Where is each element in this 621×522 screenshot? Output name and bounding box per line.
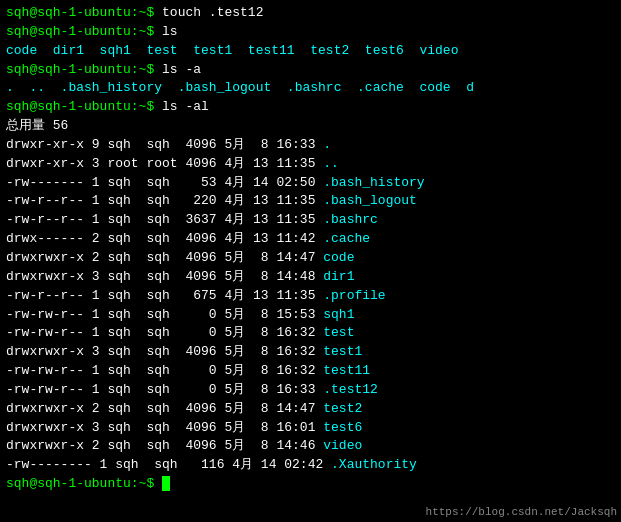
terminal-text: test1	[323, 344, 362, 359]
terminal-line: drwxrwxr-x 2 sqh sqh 4096 5月 8 14:46 vid…	[6, 437, 615, 456]
terminal-text: .bash_history	[323, 175, 424, 190]
terminal-text: test	[323, 325, 354, 340]
terminal-text: drwxrwxr-x 3 sqh sqh 4096 5月 8 14:48	[6, 269, 323, 284]
terminal-text: drwxrwxr-x 2 sqh sqh 4096 5月 8 14:46	[6, 438, 323, 453]
terminal-text: ls	[162, 24, 178, 39]
terminal-line: drwxrwxr-x 3 sqh sqh 4096 5月 8 16:01 tes…	[6, 419, 615, 438]
terminal-line: -rw-rw-r-- 1 sqh sqh 0 5月 8 16:32 test	[6, 324, 615, 343]
terminal-text: code	[323, 250, 354, 265]
terminal-text: . .. .bash_history .bash_logout .bashrc …	[6, 80, 474, 95]
terminal-line: -rw-------- 1 sqh sqh 116 4月 14 02:42 .X…	[6, 456, 615, 475]
terminal-text: drwxr-xr-x 9 sqh sqh 4096 5月 8 16:33	[6, 137, 323, 152]
terminal[interactable]: sqh@sqh-1-ubuntu:~$ touch .test12sqh@sqh…	[0, 0, 621, 522]
terminal-text: -rw-r--r-- 1 sqh sqh 220 4月 13 11:35	[6, 193, 323, 208]
terminal-line: drwxrwxr-x 2 sqh sqh 4096 5月 8 14:47 cod…	[6, 249, 615, 268]
terminal-text: .profile	[323, 288, 385, 303]
watermark: https://blog.csdn.net/Jacksqh	[426, 506, 617, 518]
terminal-text: drwx------ 2 sqh sqh 4096 4月 13 11:42	[6, 231, 323, 246]
terminal-text: drwxrwxr-x 3 sqh sqh 4096 5月 8 16:32	[6, 344, 323, 359]
terminal-text: -rw-rw-r-- 1 sqh sqh 0 5月 8 16:32	[6, 325, 323, 340]
cursor-line: sqh@sqh-1-ubuntu:~$	[6, 475, 615, 494]
terminal-text: sqh1	[323, 307, 354, 322]
terminal-text: .test12	[323, 382, 378, 397]
terminal-line: drwxrwxr-x 3 sqh sqh 4096 5月 8 14:48 dir…	[6, 268, 615, 287]
terminal-text: -rw------- 1 sqh sqh 53 4月 14 02:50	[6, 175, 323, 190]
terminal-text: test6	[323, 420, 362, 435]
terminal-text: .	[323, 137, 331, 152]
terminal-text: sqh@sqh-1-ubuntu:~$	[6, 99, 162, 114]
terminal-line: -rw-r--r-- 1 sqh sqh 675 4月 13 11:35 .pr…	[6, 287, 615, 306]
terminal-text: touch .test12	[162, 5, 263, 20]
terminal-text: -rw-r--r-- 1 sqh sqh 675 4月 13 11:35	[6, 288, 323, 303]
terminal-line: drwxr-xr-x 3 root root 4096 4月 13 11:35 …	[6, 155, 615, 174]
terminal-line: -rw-rw-r-- 1 sqh sqh 0 5月 8 16:33 .test1…	[6, 381, 615, 400]
terminal-text: test2	[323, 401, 362, 416]
terminal-text: -rw-rw-r-- 1 sqh sqh 0 5月 8 16:32	[6, 363, 323, 378]
terminal-text: .bash_logout	[323, 193, 417, 208]
terminal-text: .bashrc	[323, 212, 378, 227]
terminal-text: drwxr-xr-x 3 root root 4096 4月 13 11:35	[6, 156, 323, 171]
terminal-text: ls -al	[162, 99, 209, 114]
terminal-text: drwxrwxr-x 2 sqh sqh 4096 5月 8 14:47	[6, 401, 323, 416]
terminal-text: sqh@sqh-1-ubuntu:~$	[6, 24, 162, 39]
cursor	[162, 476, 170, 491]
terminal-line: -rw-rw-r-- 1 sqh sqh 0 5月 8 16:32 test11	[6, 362, 615, 381]
terminal-text: sqh@sqh-1-ubuntu:~$	[6, 62, 162, 77]
terminal-text: sqh@sqh-1-ubuntu:~$	[6, 5, 162, 20]
terminal-line: drwxr-xr-x 9 sqh sqh 4096 5月 8 16:33 .	[6, 136, 615, 155]
terminal-text: code dir1 sqh1 test test1 test11 test2 t…	[6, 43, 458, 58]
terminal-line: sqh@sqh-1-ubuntu:~$ touch .test12	[6, 4, 615, 23]
terminal-line: drwxrwxr-x 2 sqh sqh 4096 5月 8 14:47 tes…	[6, 400, 615, 419]
terminal-text: ..	[323, 156, 339, 171]
terminal-line: sqh@sqh-1-ubuntu:~$ ls	[6, 23, 615, 42]
terminal-text: -rw-rw-r-- 1 sqh sqh 0 5月 8 16:33	[6, 382, 323, 397]
terminal-text: 总用量 56	[6, 118, 68, 133]
terminal-line: -rw------- 1 sqh sqh 53 4月 14 02:50 .bas…	[6, 174, 615, 193]
terminal-line: 总用量 56	[6, 117, 615, 136]
terminal-line: drwxrwxr-x 3 sqh sqh 4096 5月 8 16:32 tes…	[6, 343, 615, 362]
prompt: sqh@sqh-1-ubuntu:~$	[6, 476, 162, 491]
terminal-text: video	[323, 438, 362, 453]
terminal-line: . .. .bash_history .bash_logout .bashrc …	[6, 79, 615, 98]
terminal-text: -rw-rw-r-- 1 sqh sqh 0 5月 8 15:53	[6, 307, 323, 322]
terminal-text: drwxrwxr-x 2 sqh sqh 4096 5月 8 14:47	[6, 250, 323, 265]
terminal-line: -rw-r--r-- 1 sqh sqh 3637 4月 13 11:35 .b…	[6, 211, 615, 230]
terminal-text: dir1	[323, 269, 354, 284]
terminal-text: ls -a	[162, 62, 201, 77]
terminal-line: drwx------ 2 sqh sqh 4096 4月 13 11:42 .c…	[6, 230, 615, 249]
terminal-text: .Xauthority	[331, 457, 417, 472]
terminal-line: -rw-rw-r-- 1 sqh sqh 0 5月 8 15:53 sqh1	[6, 306, 615, 325]
terminal-text: test11	[323, 363, 370, 378]
terminal-line: sqh@sqh-1-ubuntu:~$ ls -al	[6, 98, 615, 117]
terminal-line: sqh@sqh-1-ubuntu:~$ ls -a	[6, 61, 615, 80]
terminal-line: -rw-r--r-- 1 sqh sqh 220 4月 13 11:35 .ba…	[6, 192, 615, 211]
terminal-text: .cache	[323, 231, 370, 246]
terminal-text: -rw-------- 1 sqh sqh 116 4月 14 02:42	[6, 457, 331, 472]
terminal-text: -rw-r--r-- 1 sqh sqh 3637 4月 13 11:35	[6, 212, 323, 227]
terminal-text: drwxrwxr-x 3 sqh sqh 4096 5月 8 16:01	[6, 420, 323, 435]
terminal-line: code dir1 sqh1 test test1 test11 test2 t…	[6, 42, 615, 61]
